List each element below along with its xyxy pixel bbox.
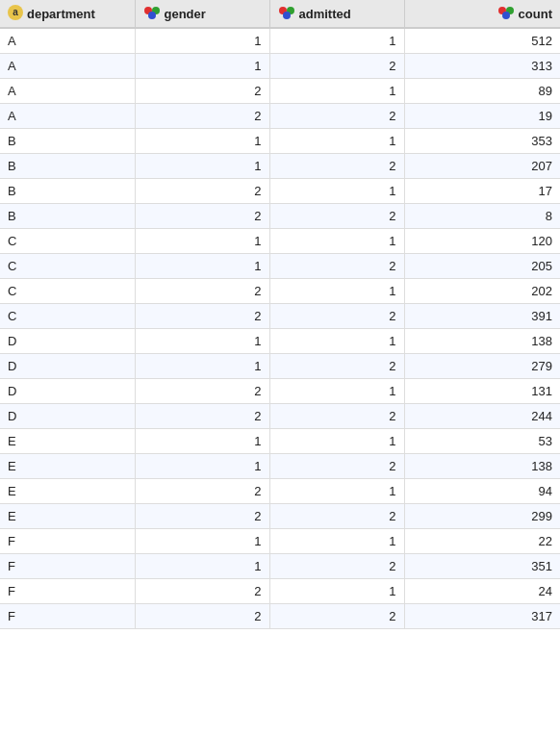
cell-admitted: 2 [269, 304, 404, 329]
cell-admitted: 2 [269, 104, 404, 129]
table-row: D21131 [0, 379, 560, 404]
cell-admitted: 1 [269, 379, 404, 404]
cell-count: 22 [404, 529, 560, 554]
cell-gender: 1 [135, 354, 269, 379]
cell-department: D [0, 404, 135, 429]
cell-count: 131 [404, 379, 560, 404]
cell-admitted: 2 [269, 404, 404, 429]
cell-department: A [0, 28, 135, 54]
cell-gender: 2 [135, 204, 269, 229]
cell-count: 313 [404, 54, 560, 79]
cell-admitted: 1 [269, 579, 404, 604]
table-row: D11138 [0, 329, 560, 354]
cell-department: B [0, 179, 135, 204]
cell-count: 138 [404, 329, 560, 354]
cell-gender: 1 [135, 54, 269, 79]
cell-gender: 2 [135, 79, 269, 104]
cell-admitted: 1 [269, 429, 404, 454]
table-row: A11512 [0, 28, 560, 54]
table-row: E22299 [0, 504, 560, 529]
cell-count: 24 [404, 579, 560, 604]
table-row: F22317 [0, 604, 560, 629]
cell-count: 94 [404, 479, 560, 504]
table-row: C22391 [0, 304, 560, 329]
table-row: F12351 [0, 554, 560, 579]
cell-gender: 1 [135, 554, 269, 579]
table-header-row: a department gender [0, 0, 560, 28]
cell-department: E [0, 479, 135, 504]
cell-admitted: 2 [269, 604, 404, 629]
cell-gender: 2 [135, 179, 269, 204]
cell-admitted: 1 [269, 28, 404, 54]
gender-icon [143, 6, 161, 19]
cell-gender: 1 [135, 429, 269, 454]
cell-gender: 2 [135, 304, 269, 329]
table-row: C12205 [0, 254, 560, 279]
cell-department: C [0, 304, 135, 329]
cell-department: A [0, 79, 135, 104]
cell-count: 138 [404, 454, 560, 479]
cell-admitted: 1 [269, 129, 404, 154]
cell-admitted: 1 [269, 179, 404, 204]
table-row: E12138 [0, 454, 560, 479]
table-row: D12279 [0, 354, 560, 379]
cell-gender: 1 [135, 154, 269, 179]
cell-admitted: 2 [269, 554, 404, 579]
admitted-icon [278, 6, 295, 19]
cell-gender: 2 [135, 479, 269, 504]
cell-count: 279 [404, 354, 560, 379]
cell-gender: 1 [135, 229, 269, 254]
col-header-admitted: admitted [269, 0, 404, 28]
cell-count: 317 [404, 604, 560, 629]
cell-gender: 1 [135, 329, 269, 354]
count-icon [497, 6, 515, 19]
cell-gender: 1 [135, 28, 269, 54]
cell-department: E [0, 504, 135, 529]
table-row: F2124 [0, 579, 560, 604]
col-header-department: a department [0, 0, 135, 28]
cell-department: F [0, 554, 135, 579]
cell-department: B [0, 204, 135, 229]
col-label-admitted: admitted [299, 7, 351, 21]
cell-admitted: 1 [269, 479, 404, 504]
cell-gender: 1 [135, 454, 269, 479]
cell-count: 202 [404, 279, 560, 304]
cell-gender: 2 [135, 504, 269, 529]
table-row: B2117 [0, 179, 560, 204]
cell-department: F [0, 579, 135, 604]
cell-admitted: 2 [269, 354, 404, 379]
cell-count: 89 [404, 79, 560, 104]
cell-admitted: 1 [269, 79, 404, 104]
cell-department: E [0, 429, 135, 454]
cell-count: 205 [404, 254, 560, 279]
cell-gender: 2 [135, 104, 269, 129]
cell-count: 8 [404, 204, 560, 229]
cell-department: B [0, 129, 135, 154]
svg-point-2 [148, 12, 156, 19]
cell-admitted: 1 [269, 529, 404, 554]
cell-count: 353 [404, 129, 560, 154]
cell-admitted: 2 [269, 54, 404, 79]
cell-count: 512 [404, 28, 560, 54]
table-row: C11120 [0, 229, 560, 254]
department-icon: a [8, 5, 23, 20]
cell-department: A [0, 104, 135, 129]
data-table: a department gender [0, 0, 560, 629]
cell-admitted: 2 [269, 504, 404, 529]
cell-count: 53 [404, 429, 560, 454]
table-row: A2219 [0, 104, 560, 129]
cell-gender: 1 [135, 129, 269, 154]
table-body: A11512A12313A2189A2219B11353B12207B2117B… [0, 28, 560, 629]
cell-gender: 2 [135, 279, 269, 304]
cell-department: A [0, 54, 135, 79]
cell-count: 391 [404, 304, 560, 329]
cell-admitted: 1 [269, 279, 404, 304]
cell-count: 351 [404, 554, 560, 579]
cell-gender: 2 [135, 604, 269, 629]
cell-gender: 2 [135, 379, 269, 404]
table-row: B12207 [0, 154, 560, 179]
cell-admitted: 2 [269, 454, 404, 479]
svg-point-5 [283, 12, 291, 19]
table-row: C21202 [0, 279, 560, 304]
col-label-gender: gender [165, 7, 206, 21]
